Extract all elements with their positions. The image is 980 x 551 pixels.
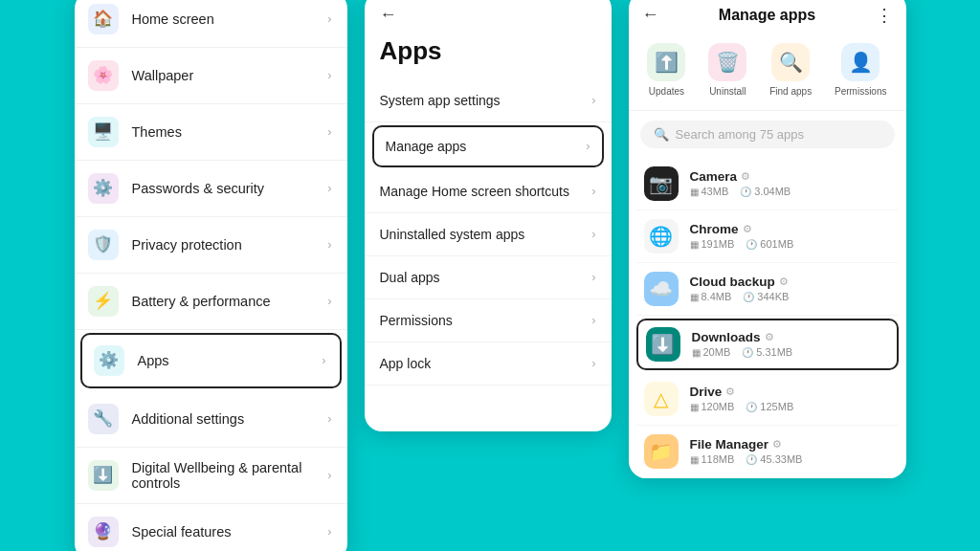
permissions-menu-chevron: ›: [591, 313, 595, 327]
chrome-settings-icon: ⚙: [743, 223, 752, 235]
quick-action-uninstall[interactable]: 🗑️Uninstall: [708, 43, 746, 97]
digital-wellbeing-label: Digital Wellbeing & parental controls: [132, 460, 328, 491]
manage-apps-back-arrow[interactable]: ←: [642, 5, 659, 25]
drive-storage: ▦ 120MB: [690, 401, 735, 412]
dual-apps-menu-label: Dual apps: [380, 270, 440, 285]
search-input-placeholder: Search among 75 apps: [676, 127, 804, 142]
home-screen-icon: 🏠: [88, 4, 119, 34]
search-bar[interactable]: 🔍 Search among 75 apps: [640, 121, 895, 148]
themes-label: Themes: [132, 124, 328, 140]
apps-menu-item-system-app-settings[interactable]: System app settings›: [365, 79, 612, 122]
cloud-backup-app-info: Cloud backup⚙▦ 8.4MB🕐 344KB: [690, 275, 891, 302]
cloud-backup-app-icon: ☁️: [644, 272, 679, 306]
updates-qa-icon: ⬆️: [647, 43, 685, 81]
apps-menu-item-manage-apps[interactable]: Manage apps›: [372, 125, 604, 167]
app-row-chrome[interactable]: 🌐Chrome⚙▦ 191MB🕐 601MB: [636, 210, 899, 263]
find-apps-qa-icon: 🔍: [771, 43, 810, 81]
drive-settings-icon: ⚙: [725, 386, 735, 398]
file-manager-app-info: File Manager⚙▦ 118MB🕐 45.33MB: [690, 437, 891, 465]
camera-app-name: Camera: [690, 169, 738, 184]
chrome-storage: ▦ 191MB: [690, 238, 735, 250]
drive-app-info: Drive⚙▦ 120MB🕐 125MB: [690, 385, 891, 412]
camera-storage: ▦ 43MB: [690, 186, 729, 197]
app-row-cloud-backup[interactable]: ☁️Cloud backup⚙▦ 8.4MB🕐 344KB: [636, 263, 899, 316]
settings-panel: 🏠Home screen›🌸Wallpaper›🖥️Themes›⚙️Passw…: [75, 0, 347, 551]
wallpaper-label: Wallpaper: [132, 68, 328, 83]
home-screen-chevron: ›: [327, 11, 331, 26]
settings-item-apps[interactable]: ⚙️Apps›: [80, 333, 342, 388]
chrome-app-name: Chrome: [690, 222, 739, 236]
apps-title: Apps: [365, 31, 612, 79]
apps-chevron: ›: [322, 353, 325, 367]
settings-item-privacy-protection[interactable]: 🛡️Privacy protection›: [75, 217, 347, 274]
settings-item-special-features[interactable]: 🔮Special features›: [75, 504, 347, 552]
battery-performance-label: Battery & performance: [132, 294, 328, 309]
settings-item-battery-performance[interactable]: ⚡Battery & performance›: [75, 274, 347, 330]
app-row-camera[interactable]: 📷Camera⚙▦ 43MB🕐 3.04MB: [636, 158, 899, 210]
privacy-protection-chevron: ›: [327, 237, 331, 252]
file-manager-storage: ▦ 118MB: [690, 453, 735, 465]
themes-icon: 🖥️: [88, 117, 119, 147]
apps-menu-item-permissions[interactable]: Permissions›: [365, 299, 612, 342]
cloud-backup-data-usage: 🕐 344KB: [743, 291, 789, 302]
quick-action-find-apps[interactable]: 🔍Find apps: [769, 43, 812, 97]
apps-back-arrow[interactable]: ←: [380, 5, 397, 25]
passwords-security-chevron: ›: [327, 181, 331, 195]
quick-action-permissions[interactable]: 👤Permissions: [835, 43, 886, 97]
camera-app-icon: 📷: [644, 166, 679, 201]
permissions-menu-label: Permissions: [380, 313, 453, 328]
passwords-security-label: Passwords & security: [132, 181, 328, 196]
app-list: 📷Camera⚙▦ 43MB🕐 3.04MB🌐Chrome⚙▦ 191MB🕐 6…: [629, 158, 906, 478]
special-features-label: Special features: [132, 524, 328, 540]
passwords-security-icon: ⚙️: [88, 173, 119, 204]
apps-label: Apps: [138, 353, 323, 368]
special-features-chevron: ›: [327, 524, 331, 539]
camera-settings-icon: ⚙: [741, 170, 750, 183]
system-app-settings-menu-label: System app settings: [380, 93, 501, 108]
settings-item-digital-wellbeing[interactable]: ⬇️Digital Wellbeing & parental controls›: [75, 448, 347, 504]
screen-container: 🏠Home screen›🌸Wallpaper›🖥️Themes›⚙️Passw…: [36, 0, 945, 551]
manage-apps-menu-chevron: ›: [586, 139, 590, 153]
settings-item-passwords-security[interactable]: ⚙️Passwords & security›: [75, 161, 347, 217]
apps-menu-list: System app settings›Manage apps›Manage H…: [365, 79, 612, 386]
quick-actions-row: ⬆️Updates🗑️Uninstall🔍Find apps👤Permissio…: [629, 33, 906, 111]
themes-chevron: ›: [327, 124, 331, 139]
settings-item-home-screen[interactable]: 🏠Home screen›: [75, 0, 347, 48]
privacy-protection-label: Privacy protection: [132, 237, 328, 253]
permissions-qa-icon: 👤: [841, 43, 880, 81]
cloud-backup-storage: ▦ 8.4MB: [690, 291, 732, 302]
apps-menu-item-uninstalled-system-apps[interactable]: Uninstalled system apps›: [365, 213, 612, 256]
downloads-app-icon: ⬇️: [646, 327, 680, 362]
digital-wellbeing-icon: ⬇️: [88, 460, 119, 491]
quick-action-updates[interactable]: ⬆️Updates: [647, 43, 685, 97]
chrome-app-icon: 🌐: [644, 219, 679, 253]
cloud-backup-settings-icon: ⚙: [779, 276, 789, 288]
search-icon: 🔍: [654, 127, 669, 142]
app-row-drive[interactable]: △Drive⚙▦ 120MB🕐 125MB: [636, 373, 899, 426]
downloads-app-name: Downloads: [692, 330, 761, 344]
more-options-icon[interactable]: ⋮: [876, 5, 893, 26]
uninstall-qa-icon: 🗑️: [708, 43, 746, 81]
app-row-downloads[interactable]: ⬇️Downloads⚙▦ 20MB🕐 5.31MB: [636, 319, 899, 370]
dual-apps-menu-chevron: ›: [591, 270, 595, 284]
app-row-file-manager[interactable]: 📁File Manager⚙▦ 118MB🕐 45.33MB: [636, 426, 899, 478]
downloads-storage: ▦ 20MB: [692, 346, 731, 358]
uninstall-qa-label: Uninstall: [709, 86, 746, 97]
special-features-icon: 🔮: [88, 517, 119, 547]
chrome-app-info: Chrome⚙▦ 191MB🕐 601MB: [690, 222, 891, 250]
settings-item-additional-settings[interactable]: 🔧Additional settings›: [75, 391, 347, 448]
system-app-settings-menu-chevron: ›: [591, 93, 595, 107]
apps-menu-item-dual-apps[interactable]: Dual apps›: [365, 256, 612, 299]
privacy-protection-icon: 🛡️: [88, 230, 119, 260]
settings-item-themes[interactable]: 🖥️Themes›: [75, 104, 347, 161]
apps-menu-item-manage-home-shortcuts[interactable]: Manage Home screen shortcuts›: [365, 170, 612, 213]
app-lock-menu-chevron: ›: [591, 356, 595, 370]
manage-apps-title: Manage apps: [659, 7, 876, 24]
apps-menu-item-app-lock[interactable]: App lock›: [365, 342, 612, 386]
apps-back-row: ←: [365, 0, 612, 31]
home-screen-label: Home screen: [132, 11, 328, 27]
settings-item-wallpaper[interactable]: 🌸Wallpaper›: [75, 48, 347, 104]
additional-settings-icon: 🔧: [88, 404, 119, 434]
digital-wellbeing-chevron: ›: [327, 468, 331, 482]
file-manager-settings-icon: ⚙: [772, 438, 782, 451]
